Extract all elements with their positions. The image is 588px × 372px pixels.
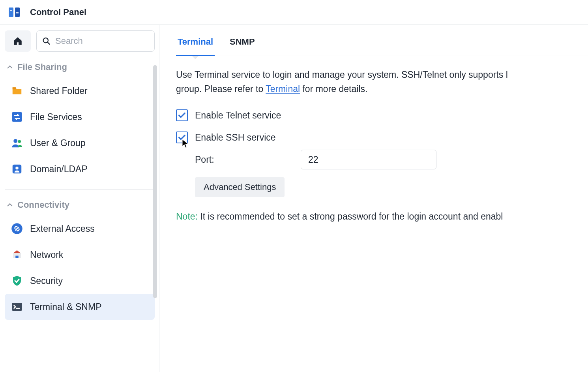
desc-after: for more details. — [300, 84, 367, 94]
advanced-settings-button[interactable]: Advanced Settings — [195, 177, 285, 197]
sidebar-item-label: Security — [30, 276, 63, 286]
sidebar-item-label: External Access — [30, 224, 95, 234]
transfer-icon — [10, 110, 24, 124]
scrollbar[interactable] — [153, 65, 157, 298]
sidebar-item-shared-folder[interactable]: Shared Folder — [5, 78, 155, 104]
telnet-option: Enable Telnet service — [176, 109, 588, 121]
tab-bar: Terminal SNMP — [176, 37, 588, 56]
sidebar-item-user-group[interactable]: User & Group — [5, 130, 155, 156]
terminal-icon — [10, 300, 24, 314]
chevron-up-icon — [6, 64, 13, 71]
control-panel-icon — [8, 6, 21, 19]
tab-snmp[interactable]: SNMP — [230, 37, 255, 56]
contact-icon — [10, 162, 24, 176]
shield-icon — [10, 274, 24, 287]
main-content: Terminal SNMP Use Terminal service to lo… — [159, 25, 588, 372]
search-icon — [42, 36, 51, 46]
divider — [159, 25, 159, 372]
sidebar-item-label: File Services — [30, 112, 82, 122]
note-text: Note: It is recommended to set a strong … — [176, 211, 588, 222]
svg-rect-2 — [10, 10, 12, 11]
ssh-option: Enable SSH service — [176, 132, 588, 143]
note-body: It is recommended to set a strong passwo… — [198, 211, 503, 222]
sidebar: File Sharing Shared Folder File Services… — [0, 25, 159, 372]
note-label: Note: — [176, 211, 198, 222]
telnet-checkbox[interactable] — [176, 109, 188, 121]
sidebar-item-file-services[interactable]: File Services — [5, 104, 155, 130]
terminal-link[interactable]: Terminal — [266, 84, 300, 94]
telnet-label: Enable Telnet service — [195, 110, 281, 121]
sidebar-item-label: Terminal & SNMP — [30, 302, 101, 312]
window-title: Control Panel — [30, 7, 86, 17]
sidebar-item-label: Domain/LDAP — [30, 164, 88, 175]
sidebar-item-label: User & Group — [30, 138, 86, 148]
desc-line-1: Use Terminal service to login and manage… — [176, 70, 508, 80]
svg-point-9 — [18, 140, 21, 143]
section-label: Connectivity — [17, 200, 69, 210]
section-connectivity[interactable]: Connectivity — [5, 200, 155, 216]
sidebar-item-network[interactable]: Network — [5, 242, 155, 268]
svg-rect-7 — [12, 112, 22, 122]
divider — [5, 189, 155, 190]
svg-point-8 — [13, 139, 17, 143]
sidebar-item-terminal-snmp[interactable]: Terminal & SNMP — [5, 294, 155, 320]
sidebar-item-security[interactable]: Security — [5, 268, 155, 294]
svg-rect-6 — [13, 87, 16, 89]
users-icon — [10, 136, 24, 150]
ssh-sub-settings: Port: Advanced Settings — [176, 150, 588, 211]
check-icon — [178, 111, 186, 120]
port-label: Port: — [195, 154, 301, 165]
sidebar-item-domain-ldap[interactable]: Domain/LDAP — [5, 156, 155, 182]
folder-icon — [10, 84, 24, 98]
search-field[interactable] — [36, 30, 155, 52]
section-file-sharing[interactable]: File Sharing — [5, 62, 155, 78]
check-icon — [178, 133, 186, 142]
svg-point-11 — [15, 167, 19, 170]
svg-rect-15 — [12, 303, 22, 311]
header: Control Panel — [0, 0, 588, 25]
chevron-up-icon — [6, 201, 13, 209]
sidebar-item-label: Shared Folder — [30, 86, 88, 96]
ssh-label: Enable SSH service — [195, 132, 276, 143]
search-input[interactable] — [55, 36, 149, 46]
section-label: File Sharing — [17, 62, 67, 72]
home-icon — [13, 36, 23, 46]
link-icon — [10, 222, 24, 235]
home-button[interactable] — [5, 30, 31, 52]
svg-rect-3 — [16, 12, 19, 13]
tab-terminal[interactable]: Terminal — [178, 37, 213, 56]
port-input[interactable] — [301, 150, 436, 169]
network-icon — [10, 248, 24, 261]
sidebar-item-external-access[interactable]: External Access — [5, 216, 155, 242]
description-text: Use Terminal service to login and manage… — [176, 68, 588, 96]
desc-line-2: group. Please refer to — [176, 84, 266, 94]
svg-rect-14 — [15, 256, 19, 258]
svg-rect-0 — [9, 8, 13, 17]
svg-line-5 — [47, 42, 49, 44]
ssh-checkbox[interactable] — [176, 132, 188, 143]
sidebar-item-label: Network — [30, 250, 63, 260]
